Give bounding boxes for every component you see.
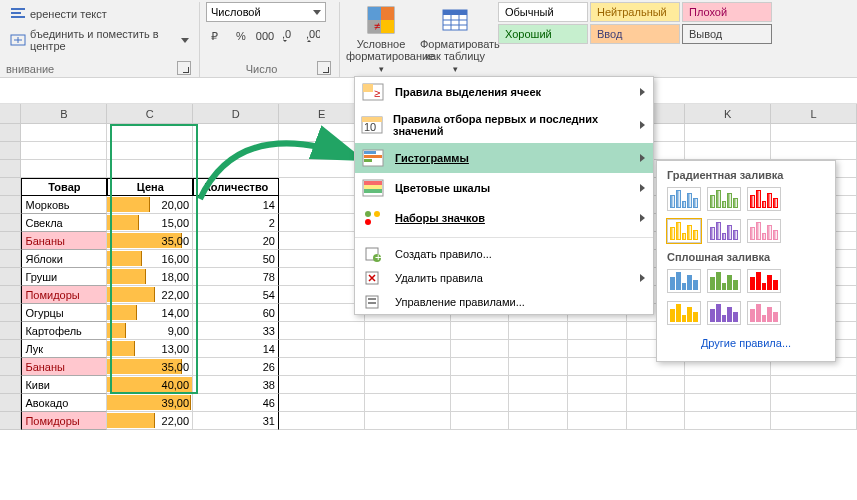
cell[interactable] [451,322,510,340]
cell[interactable] [21,142,107,160]
cell[interactable] [279,196,365,214]
style-bad[interactable]: Плохой [682,2,772,22]
cell[interactable] [193,142,279,160]
cell[interactable] [365,376,451,394]
cell[interactable] [107,160,193,178]
header-price[interactable]: Цена [107,178,193,196]
cell[interactable] [279,286,365,304]
cell-product[interactable]: Киви [21,376,107,394]
cell[interactable] [509,358,568,376]
data-bar-thumb[interactable] [707,187,741,211]
cell-price[interactable]: 16,00 [107,250,193,268]
cell[interactable] [193,124,279,142]
cell[interactable] [509,376,568,394]
wrap-text-button[interactable]: еренести текст [6,4,193,24]
select-all-corner[interactable] [0,104,21,123]
cell[interactable] [279,322,365,340]
col-header-e[interactable]: E [279,104,365,123]
cell-product[interactable]: Яблоки [21,250,107,268]
merge-center-button[interactable]: бъединить и поместить в центре [6,26,193,54]
row-header[interactable] [0,124,21,142]
cell-product[interactable]: Помидоры [21,286,107,304]
cell[interactable] [771,142,857,160]
cell[interactable] [279,358,365,376]
data-bar-thumb[interactable] [747,219,781,243]
data-bar-thumb[interactable] [747,269,781,293]
cell-price[interactable]: 40,00 [107,376,193,394]
cell-product[interactable]: Огурцы [21,304,107,322]
row-header[interactable] [0,376,21,394]
cell[interactable] [365,394,451,412]
cell[interactable] [771,124,857,142]
cell-qty[interactable]: 60 [193,304,279,322]
format-as-table-button[interactable]: Форматировать как таблицу ▾ [420,2,490,76]
cell-product[interactable]: Помидоры [21,412,107,430]
row-header[interactable] [0,178,21,196]
cell[interactable] [685,142,771,160]
row-header[interactable] [0,322,21,340]
increase-decimal-button[interactable]: ,0 [278,26,300,46]
col-header-l[interactable]: L [771,104,857,123]
cell-price[interactable]: 14,00 [107,304,193,322]
number-dialog-launcher[interactable] [317,61,331,75]
conditional-formatting-button[interactable]: ≠ Условное форматирование ▾ [346,2,416,76]
cell[interactable] [771,412,857,430]
cell[interactable] [627,394,686,412]
cell[interactable] [21,160,107,178]
menu-new-rule[interactable]: + Создать правило... [355,242,653,266]
cell[interactable] [451,358,510,376]
cell-product[interactable]: Бананы [21,358,107,376]
cell-qty[interactable]: 14 [193,340,279,358]
data-bar-thumb[interactable] [707,301,741,325]
col-header-k[interactable]: K [685,104,771,123]
accounting-format-button[interactable]: ₽ [206,26,228,46]
cell[interactable] [279,214,365,232]
cell-price[interactable]: 9,00 [107,322,193,340]
cell-price[interactable]: 35,00 [107,232,193,250]
percent-format-button[interactable]: % [230,26,252,46]
cell-product[interactable]: Авокадо [21,394,107,412]
data-bar-thumb[interactable] [747,301,781,325]
style-neutral[interactable]: Нейтральный [590,2,680,22]
menu-icon-sets[interactable]: Наборы значков [355,203,653,233]
data-bar-thumb[interactable] [667,187,701,211]
cell[interactable] [279,250,365,268]
cell-qty[interactable]: 26 [193,358,279,376]
data-bar-thumb[interactable] [667,301,701,325]
cell[interactable] [568,376,627,394]
cell-product[interactable]: Морковь [21,196,107,214]
cell[interactable] [279,376,365,394]
cell[interactable] [451,340,510,358]
row-header[interactable] [0,394,21,412]
data-bar-thumb[interactable] [747,187,781,211]
cell[interactable] [685,412,771,430]
cell-product[interactable]: Бананы [21,232,107,250]
cell[interactable] [451,376,510,394]
comma-format-button[interactable]: 000 [254,26,276,46]
cell-price[interactable]: 22,00 [107,286,193,304]
cell[interactable] [279,304,365,322]
cell[interactable] [509,394,568,412]
cell-price[interactable]: 15,00 [107,214,193,232]
cell[interactable] [21,124,107,142]
cell[interactable] [509,340,568,358]
cell[interactable] [107,142,193,160]
col-header-b[interactable]: B [21,104,107,123]
row-header[interactable] [0,196,21,214]
cell[interactable] [279,232,365,250]
row-header[interactable] [0,214,21,232]
cell-qty[interactable]: 33 [193,322,279,340]
cell[interactable] [771,376,857,394]
cell[interactable] [685,376,771,394]
cell-product[interactable]: Груши [21,268,107,286]
alignment-dialog-launcher[interactable] [177,61,191,75]
cell-qty[interactable]: 78 [193,268,279,286]
cell-qty[interactable]: 54 [193,286,279,304]
data-bar-thumb[interactable] [707,219,741,243]
header-qty[interactable]: Количество [193,178,279,196]
cell-price[interactable]: 13,00 [107,340,193,358]
cell-product[interactable]: Свекла [21,214,107,232]
col-header-c[interactable]: C [107,104,193,123]
data-bar-thumb[interactable] [667,269,701,293]
cell[interactable] [365,340,451,358]
